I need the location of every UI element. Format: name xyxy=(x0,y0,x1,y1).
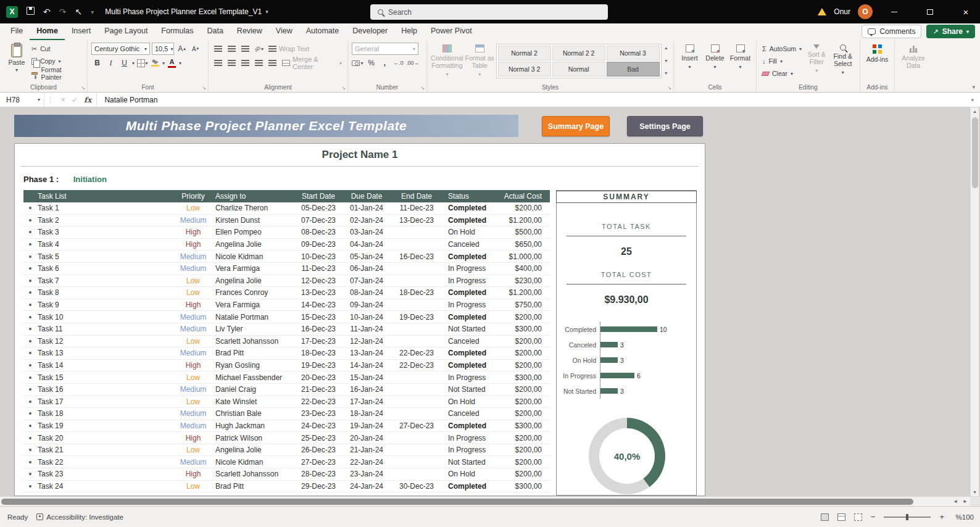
table-row[interactable]: Task 14HighRyan Gosling19-Dec-2314-Jan-2… xyxy=(23,360,550,372)
table-row[interactable]: Task 10MediumNatalie Portman15-Dec-2310-… xyxy=(23,311,550,323)
sort-filter-button[interactable]: Sort & Filter ▾ xyxy=(804,43,830,82)
zoom-slider-thumb[interactable] xyxy=(906,514,908,520)
cut-button[interactable]: ✂Cut xyxy=(30,43,83,55)
scroll-right-icon[interactable]: ► xyxy=(963,499,968,504)
redo-icon[interactable]: ↷ xyxy=(59,7,67,17)
table-row[interactable]: Task 23HighScarlett Johansson28-Dec-2323… xyxy=(23,468,550,481)
customize-qat-icon[interactable]: ▾ xyxy=(91,9,94,15)
percent-style-button[interactable]: % xyxy=(365,57,377,69)
clear-button[interactable]: Clear▾ xyxy=(760,67,804,80)
table-row[interactable]: Task 21LowAngelina Jolie26-Dec-2321-Jan-… xyxy=(23,444,550,457)
style-bad[interactable]: Bad xyxy=(607,62,660,77)
tab-review[interactable]: Review xyxy=(230,23,269,40)
table-row[interactable]: Task 11MediumLiv Tyler16-Dec-2311-Jan-24… xyxy=(23,323,550,336)
summary-page-button[interactable]: Summary Page xyxy=(542,116,610,136)
avatar[interactable]: O xyxy=(858,4,873,19)
increase-indent-icon[interactable] xyxy=(267,57,278,69)
title-dropdown-icon[interactable]: ▾ xyxy=(265,9,268,15)
find-select-button[interactable]: Find & Select ▾ xyxy=(830,43,857,82)
vertical-scroll-thumb[interactable] xyxy=(972,117,978,188)
horizontal-scroll-thumb[interactable] xyxy=(1,499,913,505)
insert-function-icon[interactable]: fx xyxy=(84,96,91,104)
style-normal-2[interactable]: Normal 2 xyxy=(498,46,551,60)
fill-color-button[interactable] xyxy=(150,57,160,69)
tab-home[interactable]: Home xyxy=(30,23,65,40)
scroll-left-icon[interactable]: ◄ xyxy=(953,499,958,504)
scroll-up-icon[interactable]: ▴ xyxy=(971,109,979,114)
maximize-button[interactable] xyxy=(916,0,944,23)
table-row[interactable]: Task 4HighAngelina Jolie09-Dec-2304-Jan-… xyxy=(23,239,550,251)
save-icon[interactable] xyxy=(27,7,35,17)
gallery-expand-icon[interactable]: ▾ xyxy=(665,70,667,76)
search-box[interactable]: Search xyxy=(370,4,608,20)
undo-icon[interactable]: ↶ xyxy=(43,7,51,17)
tab-view[interactable]: View xyxy=(269,23,299,40)
table-row[interactable]: Task 7LowAngelina Jolie12-Dec-2307-Jan-2… xyxy=(23,275,550,288)
table-row[interactable]: Task 13MediumBrad Pitt18-Dec-2313-Jan-24… xyxy=(23,347,550,360)
alert-icon[interactable] xyxy=(818,8,826,15)
fill-button[interactable]: ↓Fill▾ xyxy=(760,55,804,67)
style-normal-3-2[interactable]: Normal 3 2 xyxy=(498,62,551,77)
font-size-select[interactable]: 10,5▾ xyxy=(152,43,174,55)
underline-button[interactable]: U xyxy=(118,57,130,69)
borders-button[interactable]: ▾ xyxy=(136,57,148,69)
zoom-slider[interactable] xyxy=(884,517,931,518)
formula-bar-value[interactable]: Natalie Portman xyxy=(97,96,971,104)
table-row[interactable]: Task 20HighPatrick Wilson25-Dec-2320-Jan… xyxy=(23,432,550,444)
comma-style-button[interactable]: , xyxy=(379,57,391,69)
share-button[interactable]: ↗ Share ▾ xyxy=(926,25,975,38)
document-title[interactable]: Multi Phase Project Planner Excel Templa… xyxy=(105,7,262,16)
align-middle-icon[interactable] xyxy=(226,43,238,55)
table-row[interactable]: Task 15LowMichael Fassbender20-Dec-2315-… xyxy=(23,371,550,384)
confirm-entry-icon[interactable]: ✓ xyxy=(72,96,78,104)
number-format-select[interactable]: General▾ xyxy=(352,43,418,55)
tab-insert[interactable]: Insert xyxy=(65,23,98,40)
align-center-icon[interactable] xyxy=(226,57,238,69)
orientation-button[interactable]: ab▾ xyxy=(253,43,265,55)
user-name[interactable]: Onur xyxy=(834,7,850,16)
accounting-format-button[interactable]: ▾ xyxy=(352,57,363,69)
font-family-select[interactable]: Century Gothic▾ xyxy=(91,43,150,55)
style-normal-2-2[interactable]: Normal 2 2 xyxy=(552,46,605,60)
font-color-dropdown-icon[interactable]: ▾ xyxy=(179,60,181,66)
merge-center-button[interactable]: Merge & Center▾ xyxy=(280,57,344,69)
table-row[interactable]: Task 8LowFrances Conroy13-Dec-2308-Jan-2… xyxy=(23,287,550,299)
italic-button[interactable]: I xyxy=(105,57,117,69)
paste-button[interactable]: Paste ▾ xyxy=(4,43,30,80)
table-row[interactable]: Task 3HighEllen Pompeo08-Dec-2303-Jan-24… xyxy=(23,226,550,239)
font-color-button[interactable]: A xyxy=(167,57,177,69)
font-dialog-launcher[interactable]: ↘ xyxy=(202,85,206,91)
table-row[interactable]: Task 18MediumChristian Bale23-Dec-2318-J… xyxy=(23,408,550,420)
insert-cells-button[interactable]: + Insert ▾ xyxy=(678,43,702,82)
tab-power-pivot[interactable]: Power Pivot xyxy=(424,23,479,40)
decrease-indent-icon[interactable] xyxy=(253,57,265,69)
zoom-in-icon[interactable]: + xyxy=(939,512,944,521)
table-row[interactable]: Task 19MediumHugh Jackman24-Dec-2319-Jan… xyxy=(23,420,550,433)
delete-cells-button[interactable]: × Delete ▾ xyxy=(703,43,727,82)
increase-decimal-button[interactable]: ←.0 xyxy=(392,57,404,69)
addins-button[interactable]: Add-ins xyxy=(864,43,891,63)
bold-button[interactable]: B xyxy=(91,57,103,69)
table-row[interactable]: Task 1LowCharlize Theron05-Dec-2301-Jan-… xyxy=(23,202,550,215)
align-left-icon[interactable] xyxy=(212,57,224,69)
page-break-view-icon[interactable] xyxy=(854,513,862,521)
tab-formulas[interactable]: Formulas xyxy=(154,23,200,40)
format-cells-button[interactable]: ▾ Format ▾ xyxy=(728,43,752,82)
scroll-down-icon[interactable]: ▾ xyxy=(971,489,979,495)
zoom-out-icon[interactable]: − xyxy=(871,512,876,521)
tab-help[interactable]: Help xyxy=(394,23,424,40)
table-row[interactable]: Task 12LowScarlett Johansson17-Dec-2312-… xyxy=(23,336,550,348)
table-row[interactable]: Task 16MediumDaniel Craig21-Dec-2316-Jan… xyxy=(23,384,550,396)
name-box[interactable]: H78 ▾ xyxy=(0,93,44,107)
table-row[interactable]: Task 17LowKate Winslet22-Dec-2317-Jan-24… xyxy=(23,396,550,409)
styles-dialog-launcher[interactable]: ↘ xyxy=(667,85,671,91)
wrap-text-button[interactable]: Wrap Text xyxy=(267,43,311,55)
style-normal-3[interactable]: Normal 3 xyxy=(607,46,660,60)
tab-automate[interactable]: Automate xyxy=(299,23,346,40)
gallery-down-icon[interactable]: ▾ xyxy=(665,58,667,64)
table-row[interactable]: Task 9HighVera Farmiga14-Dec-2309-Jan-24… xyxy=(23,299,550,312)
analyze-data-button[interactable]: Analyze Data xyxy=(899,43,928,69)
style-normal[interactable]: Normal xyxy=(552,62,605,77)
settings-page-button[interactable]: Settings Page xyxy=(627,116,703,136)
tab-data[interactable]: Data xyxy=(200,23,230,40)
